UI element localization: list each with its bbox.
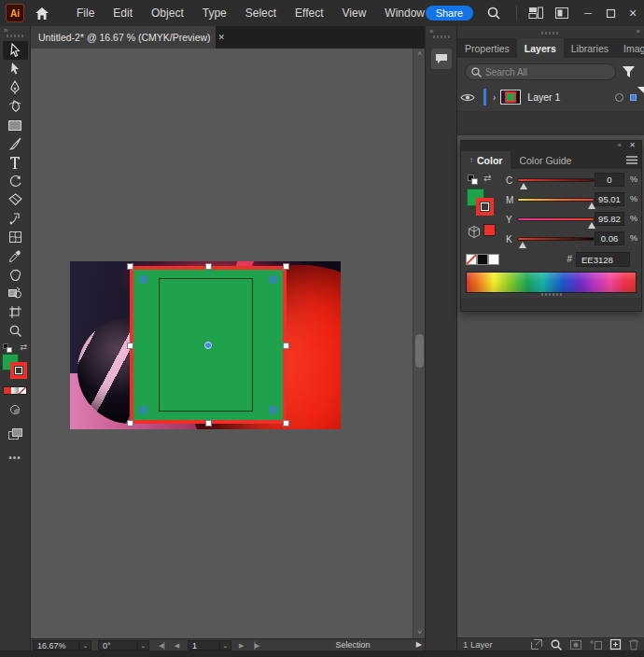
hand-tool[interactable] — [3, 265, 28, 284]
close-window-button[interactable]: ✕ — [622, 3, 644, 23]
menu-select[interactable]: Select — [236, 0, 286, 26]
tab-properties[interactable]: Properties — [457, 38, 517, 58]
color-panel-close-icon[interactable]: ✕ — [629, 141, 636, 149]
prev-artboard-icon[interactable]: ◀ — [175, 642, 179, 650]
yellow-value-field[interactable]: 95.82 — [595, 212, 624, 226]
scrollbar-thumb[interactable] — [415, 334, 424, 368]
minimize-button[interactable]: ─ — [577, 3, 599, 23]
artboard-dropdown-icon[interactable]: ⌄ — [219, 640, 231, 650]
collect-export-icon[interactable] — [531, 639, 542, 650]
corner-widget-bottom-right[interactable] — [269, 406, 277, 414]
new-layer-icon[interactable] — [610, 639, 621, 650]
visibility-eye-icon[interactable] — [457, 93, 478, 102]
handle-bottom-right[interactable] — [283, 420, 289, 426]
gradient-mode-button[interactable] — [11, 387, 19, 394]
rectangle-tool[interactable] — [3, 116, 28, 134]
yellow-slider[interactable] — [517, 217, 595, 221]
color-panel-menu-icon[interactable] — [623, 151, 641, 169]
comments-panel-icon[interactable] — [431, 49, 452, 69]
cyan-value-field[interactable]: 0 — [595, 173, 624, 187]
paintbrush-tool[interactable] — [3, 134, 28, 153]
black-slider[interactable] — [517, 237, 595, 241]
close-tab-icon[interactable]: ✕ — [218, 33, 226, 42]
layer-row[interactable]: › Layer 1 — [457, 87, 644, 107]
menu-view[interactable]: View — [333, 0, 376, 26]
edit-toolbar-button[interactable]: ••• — [3, 453, 28, 463]
corner-widget-top-right[interactable] — [269, 275, 277, 284]
default-fill-stroke-icon[interactable] — [3, 343, 12, 353]
handle-top-left[interactable] — [127, 263, 133, 270]
out-of-gamut-cube-icon[interactable] — [469, 225, 480, 242]
hex-value-field[interactable]: EE3128 — [576, 252, 630, 267]
toolbar-drag-handle[interactable] — [7, 35, 23, 37]
maximize-button[interactable] — [599, 3, 622, 23]
handle-mid-left[interactable] — [127, 342, 133, 349]
layer-name[interactable]: Layer 1 — [527, 91, 560, 103]
black-slider-knob[interactable] — [519, 242, 526, 248]
tab-layers[interactable]: Layers — [517, 38, 564, 58]
pen-tool[interactable] — [3, 78, 28, 97]
zoom-level-field[interactable]: 16.67% — [33, 640, 79, 650]
mesh-tool[interactable] — [3, 228, 28, 246]
draw-mode-button[interactable] — [3, 400, 28, 419]
color-mode-button[interactable] — [4, 387, 11, 394]
strip-drag-handle[interactable] — [433, 35, 450, 38]
delete-layer-icon[interactable] — [629, 639, 638, 650]
none-swatch[interactable] — [466, 254, 477, 265]
menu-object[interactable]: Object — [142, 0, 193, 26]
eraser-tool[interactable] — [3, 190, 28, 209]
direct-selection-tool[interactable] — [3, 60, 28, 78]
vertical-scrollbar[interactable]: ˄ ˅ — [413, 49, 425, 638]
curvature-tool[interactable] — [3, 97, 28, 116]
type-tool[interactable] — [3, 153, 28, 172]
next-artboard-icon[interactable]: ▶ — [239, 642, 244, 650]
rotation-dropdown-icon[interactable]: ⌄ — [137, 640, 149, 650]
dock-collapse-icon[interactable]: » — [637, 27, 639, 35]
rotation-field[interactable]: 0° — [98, 640, 137, 650]
menu-type[interactable]: Type — [193, 0, 236, 26]
handle-mid-right[interactable] — [283, 342, 289, 349]
white-swatch[interactable] — [488, 254, 499, 265]
home-icon[interactable] — [30, 4, 54, 22]
handle-top-right[interactable] — [283, 263, 289, 270]
stroke-swatch[interactable] — [10, 362, 27, 379]
workspace-switcher-icon[interactable] — [525, 4, 547, 22]
black-swatch[interactable] — [477, 254, 488, 265]
tab-color[interactable]: ↕ Color — [461, 151, 511, 169]
first-artboard-icon[interactable]: ◀▏ — [159, 642, 169, 650]
zoom-tool[interactable] — [3, 321, 28, 340]
layer-expand-icon[interactable]: › — [493, 92, 496, 103]
menu-file[interactable]: File — [67, 0, 104, 26]
last-artboard-icon[interactable]: ▕▶ — [249, 642, 259, 650]
handle-top-center[interactable] — [205, 263, 212, 270]
clipping-mask-icon[interactable] — [570, 640, 581, 650]
zoom-dropdown-icon[interactable]: ⌄ — [79, 640, 91, 650]
tab-image-trace[interactable]: Image Tra — [616, 38, 644, 58]
artboard-number-field[interactable]: 1 — [188, 640, 219, 650]
scale-tool[interactable] — [3, 209, 28, 228]
rotate-tool[interactable] — [3, 172, 28, 190]
menu-edit[interactable]: Edit — [104, 0, 142, 26]
handle-bottom-center[interactable] — [205, 420, 212, 426]
eyedropper-tool[interactable] — [3, 246, 28, 265]
status-expand-icon[interactable]: ▶ — [416, 640, 422, 649]
default-fill-stroke-icon[interactable] — [468, 175, 478, 185]
color-panel-header[interactable]: « ✕ — [461, 141, 641, 151]
corner-widget-bottom-left[interactable] — [139, 406, 147, 414]
dock-drag-handle[interactable] — [541, 32, 560, 35]
handle-bottom-left[interactable] — [127, 420, 133, 426]
filter-icon[interactable] — [620, 66, 637, 77]
locate-object-icon[interactable] — [551, 639, 562, 650]
screen-mode-button[interactable] — [3, 425, 28, 443]
center-point[interactable] — [204, 342, 212, 349]
share-button[interactable]: Share — [426, 6, 473, 21]
strip-expand-icon[interactable]: « — [429, 27, 432, 35]
tab-color-guide[interactable]: Color Guide — [511, 151, 580, 169]
selected-rectangle[interactable] — [130, 266, 287, 424]
shape-builder-tool[interactable] — [3, 284, 28, 302]
tab-libraries[interactable]: Libraries — [564, 38, 616, 58]
stroke-color-swatch[interactable] — [476, 198, 494, 216]
search-field[interactable] — [485, 67, 609, 77]
cyan-slider[interactable] — [517, 178, 595, 182]
color-panel-resize-grip[interactable] — [541, 293, 562, 296]
